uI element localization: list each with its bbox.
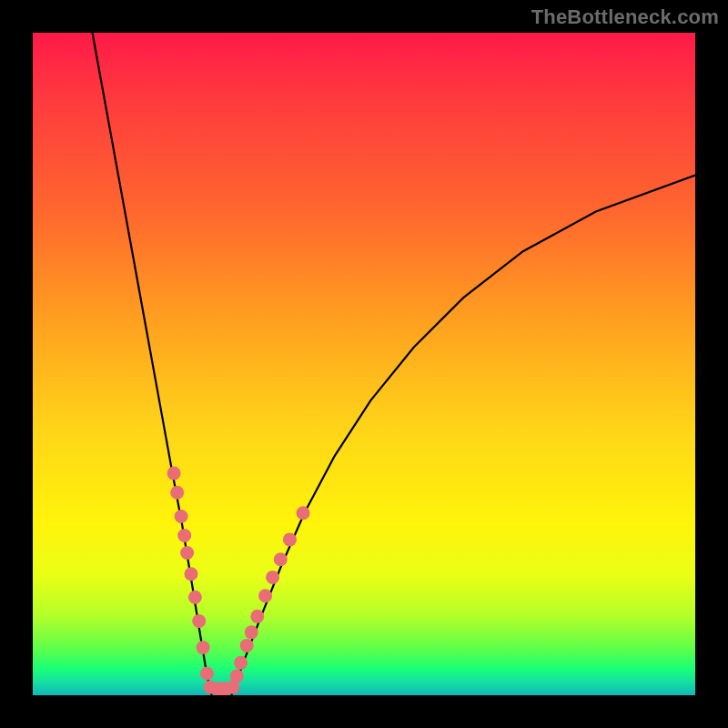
- data-marker: [192, 614, 206, 628]
- data-marker: [167, 467, 181, 480]
- data-marker: [258, 589, 272, 602]
- data-marker: [180, 546, 194, 560]
- data-marker: [226, 681, 239, 694]
- data-marker: [283, 532, 297, 546]
- data-marker: [250, 610, 264, 623]
- data-marker: [297, 506, 310, 520]
- data-marker: [234, 656, 248, 670]
- data-marker: [266, 571, 279, 584]
- chart-frame: TheBottleneck.com: [0, 0, 728, 728]
- bottleneck-curve: [93, 33, 695, 695]
- data-marker: [177, 529, 191, 542]
- data-marker: [184, 567, 197, 581]
- data-marker: [245, 625, 258, 639]
- curve-right: [231, 176, 695, 695]
- markers-right: [230, 506, 310, 682]
- data-marker: [274, 552, 288, 566]
- markers-left: [167, 467, 214, 681]
- data-marker: [175, 510, 188, 523]
- data-marker: [170, 486, 184, 500]
- data-marker: [188, 591, 202, 604]
- data-marker: [204, 681, 217, 694]
- data-marker: [200, 666, 214, 680]
- watermark-text: TheBottleneck.com: [531, 5, 719, 29]
- data-marker: [240, 639, 254, 652]
- chart-overlay: [33, 33, 695, 695]
- data-marker: [197, 641, 210, 654]
